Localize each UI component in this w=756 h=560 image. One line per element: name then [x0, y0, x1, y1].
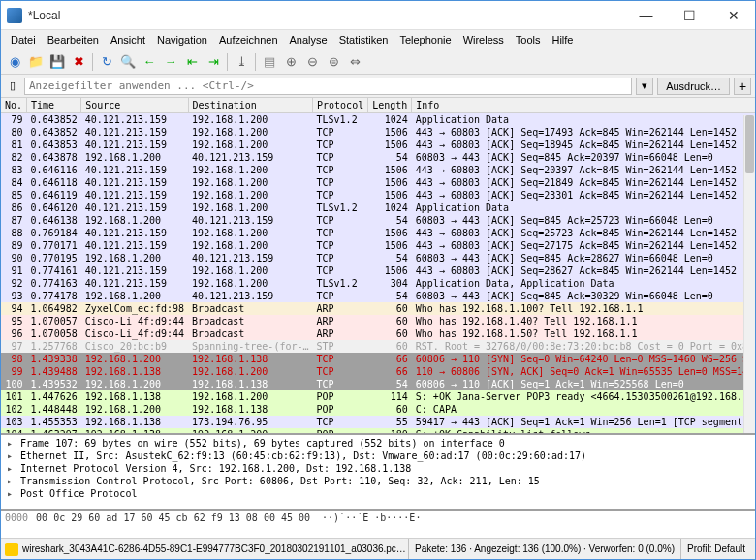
- packet-row[interactable]: 870.646138192.168.1.20040.121.213.159TCP…: [1, 214, 755, 227]
- menu-ansicht[interactable]: Ansicht: [105, 32, 151, 47]
- resize-icon[interactable]: ⇔: [345, 52, 364, 72]
- menu-aufzeichnen[interactable]: Aufzeichnen: [213, 32, 284, 47]
- jumpfirst-icon[interactable]: ⇤: [182, 52, 202, 72]
- packet-table: No.TimeSourceDestinationProtocolLengthIn…: [1, 98, 755, 435]
- statusbar: wireshark_3043A41C-6286-4D55-89C1-E99477…: [1, 538, 755, 559]
- filter-add-button[interactable]: +: [734, 78, 751, 95]
- toolbar-separator: [255, 53, 256, 71]
- packet-row[interactable]: 910.77416140.121.213.159192.168.1.200TCP…: [1, 264, 755, 277]
- packet-row[interactable]: 820.643878192.168.1.20040.121.213.159TCP…: [1, 151, 755, 164]
- tree-toggle-icon[interactable]: ▸: [5, 437, 15, 450]
- menu-statistiken[interactable]: Statistiken: [333, 32, 394, 47]
- menu-hilfe[interactable]: Hilfe: [546, 32, 579, 47]
- detail-tree-row[interactable]: ▸ Ethernet II, Src: AsustekC_62:f9:13 (6…: [5, 450, 751, 462]
- packet-row[interactable]: 971.257768Cisco_20:bc:b9Spanning-tree-(f…: [1, 340, 755, 353]
- hex-offset: 0000: [5, 513, 28, 536]
- packet-row[interactable]: 920.77416340.121.213.159192.168.1.200TLS…: [1, 277, 755, 290]
- reload-icon[interactable]: ↻: [97, 52, 116, 72]
- colorize-icon[interactable]: ▤: [260, 52, 279, 72]
- scrollbar-thumb[interactable]: [745, 115, 754, 173]
- expert-info-icon[interactable]: [5, 543, 18, 556]
- menu-tools[interactable]: Tools: [510, 32, 547, 47]
- hex-ascii: ··)`··`E ·b····E·: [322, 513, 421, 536]
- packet-row[interactable]: 1011.447626192.168.1.138192.168.1.200POP…: [1, 390, 755, 403]
- tree-toggle-icon[interactable]: ▸: [5, 450, 15, 462]
- packet-list-pane[interactable]: No.TimeSourceDestinationProtocolLengthIn…: [1, 98, 755, 435]
- packet-row[interactable]: 951.070057Cisco-Li_4f:d9:44BroadcastARP6…: [1, 315, 755, 327]
- packet-row[interactable]: 860.64612040.121.213.159192.168.1.200TLS…: [1, 202, 755, 214]
- minimize-button[interactable]: —: [624, 1, 668, 30]
- packet-row[interactable]: 1031.455353192.168.1.138173.194.76.95TCP…: [1, 416, 755, 428]
- save-icon[interactable]: 💾: [47, 52, 67, 72]
- packet-row[interactable]: 790.64385240.121.213.159192.168.1.200TLS…: [1, 113, 755, 127]
- packet-row[interactable]: 1041.463297192.168.1.138192.168.1.200POP…: [1, 428, 755, 435]
- packet-row[interactable]: 840.64611840.121.213.159192.168.1.200TCP…: [1, 176, 755, 189]
- packet-row[interactable]: 930.774178192.168.1.20040.121.213.159TCP…: [1, 290, 755, 302]
- titlebar: *Local — ☐ ✕: [1, 1, 755, 30]
- open-icon[interactable]: 📁: [26, 52, 46, 72]
- zoomin-icon[interactable]: ⊕: [281, 52, 300, 72]
- menu-bearbeiten[interactable]: Bearbeiten: [42, 32, 105, 47]
- app-window: *Local — ☐ ✕ DateiBearbeitenAnsichtNavig…: [0, 0, 756, 560]
- packet-row[interactable]: 810.64385340.121.213.159192.168.1.200TCP…: [1, 139, 755, 151]
- menu-analyse[interactable]: Analyse: [284, 32, 333, 47]
- packet-row[interactable]: 830.64611640.121.213.159192.168.1.200TCP…: [1, 164, 755, 176]
- tree-toggle-icon[interactable]: ▸: [5, 462, 15, 475]
- fwd-icon[interactable]: →: [161, 52, 180, 72]
- zoomreset-icon[interactable]: ⊜: [324, 52, 343, 72]
- column-source[interactable]: Source: [81, 98, 188, 113]
- main-area: No.TimeSourceDestinationProtocolLengthIn…: [1, 98, 755, 538]
- status-profile[interactable]: Profil: Default: [680, 539, 751, 559]
- packet-row[interactable]: 991.439488192.168.1.138192.168.1.200TCP6…: [1, 365, 755, 378]
- menu-navigation[interactable]: Navigation: [151, 32, 213, 47]
- back-icon[interactable]: ←: [140, 52, 159, 72]
- packet-header-row[interactable]: No.TimeSourceDestinationProtocolLengthIn…: [1, 98, 755, 113]
- detail-tree-row[interactable]: ▸ Internet Protocol Version 4, Src: 192.…: [5, 462, 751, 475]
- packet-row[interactable]: 981.439338192.168.1.200192.168.1.138TCP6…: [1, 353, 755, 365]
- packet-row[interactable]: 961.070058Cisco-Li_4f:d9:44BroadcastARP6…: [1, 327, 755, 340]
- window-controls: — ☐ ✕: [624, 1, 755, 30]
- column-length[interactable]: Length: [368, 98, 412, 113]
- filter-dropdown-icon[interactable]: ▾: [636, 78, 653, 95]
- packet-row[interactable]: 1021.448448192.168.1.200192.168.1.138POP…: [1, 403, 755, 416]
- bookmark-icon[interactable]: ▯: [5, 78, 20, 94]
- status-packets: Pakete: 136 · Angezeigt: 136 (100.0%) · …: [408, 539, 680, 559]
- column-protocol[interactable]: Protocol: [313, 98, 368, 113]
- expression-button[interactable]: Ausdruck…: [657, 78, 730, 95]
- toolbar-separator: [92, 53, 93, 71]
- column-destination[interactable]: Destination: [188, 98, 312, 113]
- packet-row[interactable]: 890.77017140.121.213.159192.168.1.200TCP…: [1, 239, 755, 252]
- window-title: *Local: [28, 9, 624, 22]
- tree-toggle-icon[interactable]: ▸: [5, 475, 15, 487]
- hex-bytes-pane[interactable]: 0000 00 0c 29 60 ad 17 60 45 cb 62 f9 13…: [1, 511, 755, 538]
- detail-tree-row[interactable]: ▸ Frame 107: 69 bytes on wire (552 bits)…: [5, 437, 751, 450]
- column-info[interactable]: Info: [412, 98, 755, 113]
- hex-bytes: 00 0c 29 60 ad 17 60 45 cb 62 f9 13 08 0…: [36, 513, 310, 536]
- menu-datei[interactable]: Datei: [5, 32, 42, 47]
- close-icon[interactable]: ✖: [69, 52, 88, 72]
- column-no[interactable]: No.: [1, 98, 27, 113]
- tree-toggle-icon[interactable]: ▸: [5, 487, 15, 500]
- detail-tree-row[interactable]: ▸ Transmission Control Protocol, Src Por…: [5, 475, 751, 487]
- packet-row[interactable]: 1001.439532192.168.1.200192.168.1.138TCP…: [1, 378, 755, 390]
- fin-icon[interactable]: ◉: [5, 52, 24, 72]
- jumplast-icon[interactable]: ⇥: [204, 52, 223, 72]
- packet-row[interactable]: 850.64611940.121.213.159192.168.1.200TCP…: [1, 189, 755, 202]
- packet-row[interactable]: 880.76918440.121.213.159192.168.1.200TCP…: [1, 227, 755, 239]
- menu-wireless[interactable]: Wireless: [457, 32, 510, 47]
- menu-telephonie[interactable]: Telephonie: [394, 32, 457, 47]
- toolbar: ◉📁💾✖↻🔍←→⇤⇥⤓▤⊕⊖⊜⇔: [1, 49, 755, 75]
- close-button[interactable]: ✕: [711, 1, 755, 30]
- autoscroll-icon[interactable]: ⤓: [232, 52, 251, 72]
- find-icon[interactable]: 🔍: [118, 52, 138, 72]
- packet-details-pane[interactable]: ▸ Frame 107: 69 bytes on wire (552 bits)…: [1, 435, 755, 511]
- packet-row[interactable]: 900.770195192.168.1.20040.121.213.159TCP…: [1, 252, 755, 264]
- packet-row[interactable]: 800.64385240.121.213.159192.168.1.200TCP…: [1, 126, 755, 139]
- vertical-scrollbar[interactable]: [743, 115, 755, 433]
- display-filter-input[interactable]: [24, 78, 632, 95]
- zoomout-icon[interactable]: ⊖: [302, 52, 322, 72]
- packet-row[interactable]: 941.064982ZyxelCom_ec:fd:98BroadcastARP6…: [1, 302, 755, 315]
- column-time[interactable]: Time: [27, 98, 81, 113]
- maximize-button[interactable]: ☐: [668, 1, 711, 30]
- detail-tree-row[interactable]: ▸ Post Office Protocol: [5, 487, 751, 500]
